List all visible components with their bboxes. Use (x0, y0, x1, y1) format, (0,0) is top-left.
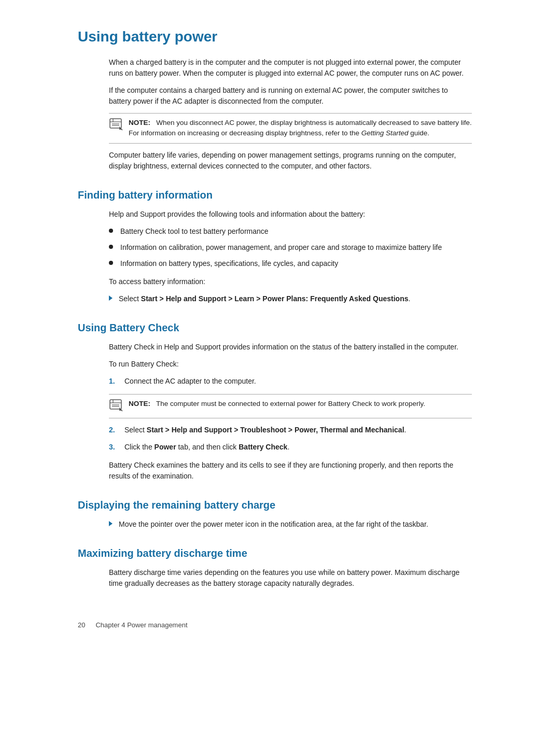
triangle-icon (109, 521, 113, 526)
step-text-3: Click the Power tab, and then click Batt… (124, 442, 472, 453)
ubp-paragraph-1: When a charged battery is in the compute… (109, 57, 472, 79)
finding-battery-info-section: Help and Support provides the following … (78, 209, 482, 304)
note-box-2: NOTE: The computer must be connected to … (109, 394, 472, 418)
note-content-2: The computer must be connected to extern… (156, 400, 425, 407)
ubp-after-note: Computer battery life varies, depending … (78, 150, 482, 172)
ubc-paragraph-2: To run Battery Check: (109, 359, 472, 370)
finding-battery-info-title: Finding battery information (78, 187, 482, 203)
note-label-1: NOTE: (129, 119, 150, 126)
maximizing-discharge-time-section: Battery discharge time varies depending … (78, 567, 482, 589)
fbi-intro: Help and Support provides the following … (109, 209, 472, 220)
ubp-paragraph-2: If the computer contains a charged batte… (109, 85, 472, 107)
note-box-1: NOTE: When you disconnect AC power, the … (109, 113, 472, 144)
bullet-dot (109, 261, 113, 265)
list-item: Information on battery types, specificat… (109, 258, 472, 269)
step-number-2: 2. (109, 425, 120, 435)
step-text-2: Select Start > Help and Support > Troubl… (124, 425, 472, 435)
using-battery-check-section: Battery Check in Help and Support provid… (78, 342, 482, 387)
ubc-after-steps: Battery Check examines the battery and i… (109, 460, 472, 482)
page-footer: 20 Chapter 4 Power management (78, 615, 482, 630)
note-icon-2 (109, 399, 125, 414)
bullet-dot (109, 245, 113, 249)
ubc-steps-continued: 2. Select Start > Help and Support > Tro… (109, 425, 472, 453)
ubc-steps-2-3: 2. Select Start > Help and Support > Tro… (78, 425, 482, 482)
mdt-paragraph-1: Battery discharge time varies depending … (109, 567, 472, 589)
svg-rect-7 (110, 400, 121, 409)
drc-triangle-text-1: Move the pointer over the power meter ic… (119, 519, 472, 530)
using-battery-check-title: Using Battery Check (78, 320, 482, 335)
main-title: Using battery power (78, 26, 482, 48)
bullet-dot (109, 229, 113, 233)
fbi-triangle-list: Select Start > Help and Support > Learn … (109, 293, 472, 304)
step-text-1: Connect the AC adapter to the computer. (124, 376, 472, 387)
using-battery-power-section: When a charged battery is in the compute… (78, 57, 482, 107)
note-label-2: NOTE: (129, 400, 150, 407)
step-number-3: 3. (109, 442, 120, 453)
page-number: 20 (78, 620, 85, 630)
list-item: Move the pointer over the power meter ic… (109, 519, 472, 530)
maximizing-discharge-time-title: Maximizing battery discharge time (78, 545, 482, 561)
bullet-text-1: Battery Check tool to test battery perfo… (120, 226, 472, 237)
note-icon-1 (109, 118, 125, 133)
chapter-text: Chapter 4 Power management (95, 620, 187, 630)
fbi-to-access: To access battery information: (109, 276, 472, 287)
note-text-1: NOTE: When you disconnect AC power, the … (129, 118, 472, 139)
fbi-bullet-list: Battery Check tool to test battery perfo… (109, 226, 472, 269)
triangle-icon (109, 296, 113, 301)
step-number-1: 1. (109, 376, 120, 387)
list-item: Battery Check tool to test battery perfo… (109, 226, 472, 237)
list-item: Information on calibration, power manage… (109, 242, 472, 253)
ubc-steps: 1. Connect the AC adapter to the compute… (109, 376, 472, 387)
ubc-paragraph-1: Battery Check in Help and Support provid… (109, 342, 472, 353)
ubp-paragraph-3: Computer battery life varies, depending … (109, 150, 472, 172)
displaying-remaining-charge-title: Displaying the remaining battery charge (78, 497, 482, 513)
bullet-text-2: Information on calibration, power manage… (120, 242, 472, 253)
note-text-2: NOTE: The computer must be connected to … (129, 399, 425, 409)
list-item: Select Start > Help and Support > Learn … (109, 293, 472, 304)
list-item: 1. Connect the AC adapter to the compute… (109, 376, 472, 387)
drc-triangle-list: Move the pointer over the power meter ic… (109, 519, 472, 530)
displaying-remaining-charge-section: Move the pointer over the power meter ic… (78, 519, 482, 530)
bullet-text-3: Information on battery types, specificat… (120, 258, 472, 269)
fbi-triangle-text-1: Select Start > Help and Support > Learn … (119, 293, 472, 304)
page-container: Using battery power When a charged batte… (47, 0, 513, 661)
list-item: 3. Click the Power tab, and then click B… (109, 442, 472, 453)
list-item: 2. Select Start > Help and Support > Tro… (109, 425, 472, 435)
svg-rect-0 (110, 119, 121, 128)
